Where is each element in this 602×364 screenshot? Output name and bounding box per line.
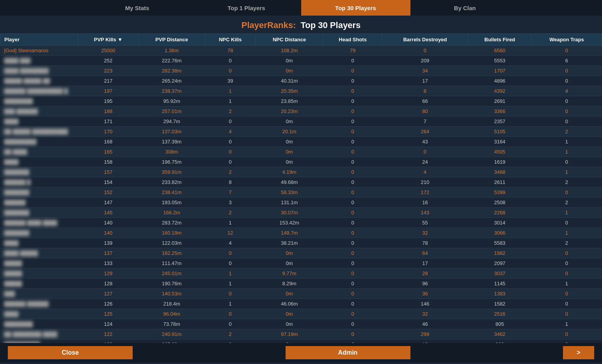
cell-pvp_kills: 197 bbox=[78, 86, 139, 96]
cell-pvp_kills: 252 bbox=[78, 56, 139, 66]
cell-weapon_traps: 2 bbox=[531, 177, 602, 187]
cell-head_shots: 0 bbox=[323, 157, 382, 167]
close-button[interactable]: Close bbox=[8, 346, 133, 359]
cell-pvp_kills: 195 bbox=[78, 96, 139, 106]
title-suffix: Top 30 Players bbox=[300, 20, 360, 30]
cell-npc_dist: 20.35m bbox=[255, 86, 323, 96]
cell-pvp_dist: 111.47m bbox=[138, 258, 205, 269]
cell-pvp_kills: 154 bbox=[78, 177, 139, 187]
cell-head_shots: 0 bbox=[323, 198, 382, 208]
cell-bullets: 3164 bbox=[468, 137, 531, 147]
cell-npc_kills: 4 bbox=[205, 238, 256, 248]
table-row: ███ ██████188257.01m220.23m08033660 bbox=[0, 106, 602, 117]
cell-pvp_kills: 25000 bbox=[78, 46, 139, 56]
table-row: █████ █████ ██217265.24m3940.31m01748960 bbox=[0, 76, 602, 86]
cell-npc_dist: 49.68m bbox=[255, 177, 323, 187]
cell-player: █████ bbox=[0, 258, 78, 269]
cell-pvp_dist: 282.38m bbox=[138, 66, 205, 76]
cell-barrels: 78 bbox=[382, 238, 468, 248]
cell-npc_kills: 2 bbox=[205, 106, 256, 117]
table-row: █████129245.01m19.77m02830370 bbox=[0, 269, 602, 279]
cell-npc_kills: 2 bbox=[205, 208, 256, 218]
table-row: ███████140160.19m12149.7m03230661 bbox=[0, 228, 602, 238]
cell-player: ████ █████ bbox=[0, 248, 78, 258]
cell-npc_dist: 149.7m bbox=[255, 228, 323, 238]
cell-pvp_kills: 223 bbox=[78, 66, 139, 76]
cell-npc_dist: 40.31m bbox=[255, 76, 323, 86]
cell-player: [God] Steenamaroo bbox=[0, 46, 78, 56]
cell-barrels: 43 bbox=[382, 137, 468, 147]
nav-tab-my-stats[interactable]: My Stats bbox=[83, 0, 192, 16]
cell-weapon_traps: 0 bbox=[531, 46, 602, 56]
cell-weapon_traps: 0 bbox=[531, 309, 602, 319]
cell-head_shots: 0 bbox=[323, 117, 382, 127]
cell-weapon_traps: 1 bbox=[531, 319, 602, 329]
nav-tab-top-30-players[interactable]: Top 30 Players bbox=[301, 0, 410, 16]
cell-bullets: 3014 bbox=[468, 218, 531, 228]
cell-pvp_kills: 147 bbox=[78, 198, 139, 208]
cell-pvp_kills: 217 bbox=[78, 76, 139, 86]
cell-weapon_traps: 2 bbox=[531, 127, 602, 137]
cell-head_shots: 0 bbox=[323, 218, 382, 228]
cell-pvp_kills: 127 bbox=[78, 289, 139, 299]
table-row: ██ ████165308m00m0045051 bbox=[0, 147, 602, 157]
cell-weapon_traps: 1 bbox=[531, 208, 602, 218]
cell-head_shots: 0 bbox=[323, 187, 382, 198]
col-header-player: Player bbox=[0, 34, 78, 46]
table-row: ███████145166.2m230.07m014322681 bbox=[0, 208, 602, 218]
nav-tab-top-1-players[interactable]: Top 1 Players bbox=[192, 0, 301, 16]
cell-weapon_traps: 0 bbox=[531, 258, 602, 269]
cell-player: ██ █████ ██████████ bbox=[0, 127, 78, 137]
cell-weapon_traps: 0 bbox=[531, 218, 602, 228]
cell-pvp_kills: 140 bbox=[78, 228, 139, 238]
cell-pvp_dist: 122.03m bbox=[138, 238, 205, 248]
cell-weapon_traps: 0 bbox=[531, 96, 602, 106]
cell-npc_kills: 4 bbox=[205, 127, 256, 137]
cell-pvp_kills: 133 bbox=[78, 258, 139, 269]
table-row: ████158196.75m00m02416190 bbox=[0, 157, 602, 167]
table-row: ████████12473.78m00m0468051 bbox=[0, 319, 602, 329]
col-header-head_shots: Head Shots bbox=[323, 34, 382, 46]
cell-weapon_traps: 0 bbox=[531, 289, 602, 299]
cell-pvp_kills: 122 bbox=[78, 329, 139, 339]
col-header-pvp_kills: PVP Kills ▼ bbox=[78, 34, 139, 46]
cell-pvp_kills: 157 bbox=[78, 167, 139, 177]
cell-barrels: 16 bbox=[382, 198, 468, 208]
cell-weapon_traps: 0 bbox=[531, 117, 602, 127]
cell-npc_dist: 0m bbox=[255, 309, 323, 319]
col-header-npc_dist: NPC Distance bbox=[255, 34, 323, 46]
cell-weapon_traps: 0 bbox=[531, 187, 602, 198]
cell-pvp_dist: 190.76m bbox=[138, 279, 205, 289]
cell-weapon_traps: 0 bbox=[531, 299, 602, 309]
cell-npc_dist: 0m bbox=[255, 56, 323, 66]
cell-barrels: 0 bbox=[382, 46, 468, 56]
cell-pvp_kills: 188 bbox=[78, 106, 139, 117]
cell-pvp_kills: 122 bbox=[78, 339, 139, 343]
top-nav: My StatsTop 1 PlayersTop 30 PlayersBy Cl… bbox=[0, 0, 602, 16]
cell-npc_dist: 30.07m bbox=[255, 208, 323, 218]
col-header-barrels: Barrels Destroyed bbox=[382, 34, 468, 46]
cell-npc_dist: 108.2m bbox=[255, 46, 323, 56]
cell-player: █████ █████ ██ bbox=[0, 76, 78, 86]
cell-barrels: 7 bbox=[382, 117, 468, 127]
cell-barrels: 209 bbox=[382, 56, 468, 66]
cell-head_shots: 0 bbox=[323, 258, 382, 269]
cell-npc_kills: 1 bbox=[205, 218, 256, 228]
cell-weapon_traps: 0 bbox=[531, 248, 602, 258]
cell-npc_dist: 0m bbox=[255, 339, 323, 343]
cell-pvp_dist: 238.41m bbox=[138, 187, 205, 198]
cell-head_shots: 0 bbox=[323, 167, 382, 177]
cell-head_shots: 0 bbox=[323, 208, 382, 218]
table-row: ███127140.53m00m03613830 bbox=[0, 289, 602, 299]
cell-pvp_kills: 140 bbox=[78, 218, 139, 228]
next-button[interactable]: > bbox=[563, 346, 594, 359]
nav-tab-by-clan[interactable]: By Clan bbox=[410, 0, 520, 16]
cell-weapon_traps: 0 bbox=[531, 269, 602, 279]
table-row: █████133111.47m00m01720970 bbox=[0, 258, 602, 269]
cell-bullets: 2097 bbox=[468, 258, 531, 269]
cell-pvp_dist: 137.03m bbox=[138, 127, 205, 137]
table-row: ████ █████137182.25m00m06419820 bbox=[0, 248, 602, 258]
cell-npc_kills: 1 bbox=[205, 299, 256, 309]
admin-button[interactable]: Admin bbox=[286, 346, 410, 359]
cell-player: ████ ███ bbox=[0, 56, 78, 66]
